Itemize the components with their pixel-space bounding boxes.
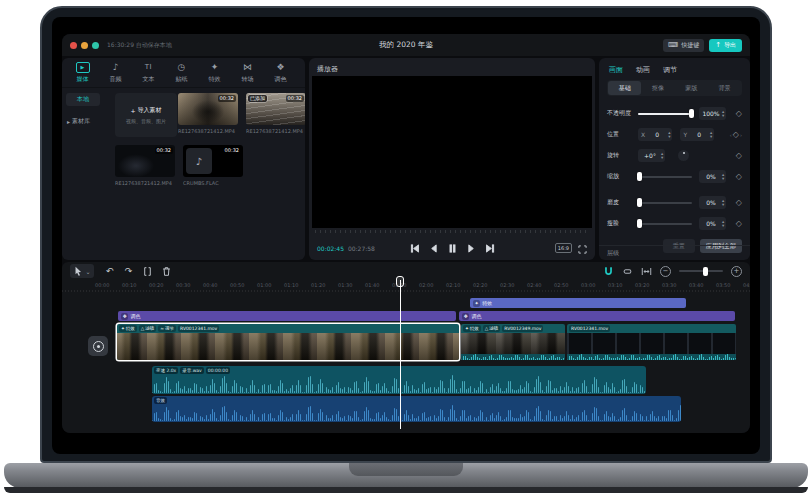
subtab-background[interactable]: 背景 — [708, 81, 741, 95]
tab-text[interactable]: TI 文本 — [132, 62, 165, 84]
ruler-tick-label: 00:00 — [95, 282, 109, 288]
rotation-value[interactable]: +0° ▴▾ — [638, 149, 665, 162]
sticker-icon: ◷ — [178, 62, 186, 73]
stepper-icon[interactable]: ▴▾ — [722, 110, 724, 118]
stepper-icon[interactable]: ▴▾ — [722, 199, 724, 207]
tab-effects[interactable]: ✦ 特效 — [198, 62, 231, 84]
media-grid: + 导入素材 视频、音频、图片 00:32 RE127638721412.MP4 — [106, 88, 305, 258]
import-media-button[interactable]: + 导入素材 视频、音频、图片 — [115, 93, 177, 137]
snap-magnet-icon[interactable] — [603, 262, 614, 281]
smooth-skin-value[interactable]: 0% ▴▾ — [699, 196, 726, 209]
timeline-toolbar: ⌄ ↶ ↷ — [62, 262, 750, 280]
audio-clip-sfx[interactable]: 音效 — [152, 396, 681, 422]
shortcuts-button[interactable]: ⌨ 快捷键 — [663, 39, 704, 52]
rotation-dial[interactable] — [678, 150, 689, 161]
ruler-tick-label: 04:00 — [743, 282, 750, 288]
export-button[interactable]: ↑ 导出 — [709, 39, 742, 52]
position-x-field[interactable]: X 0 ▴▾ — [638, 128, 672, 141]
clip-filmstrip — [461, 333, 565, 354]
color-track-bar-1[interactable]: ❖ 调色 — [118, 311, 456, 321]
redo-button[interactable]: ↷ — [119, 264, 138, 278]
subtab-basic[interactable]: 基础 — [608, 81, 641, 95]
media-item-1[interactable]: 00:32 RE127638721412.MP4 — [178, 93, 238, 134]
skip-start-button[interactable] — [409, 243, 419, 253]
player-scrub-strip[interactable] — [315, 230, 589, 233]
effect-track-bar[interactable]: ✦ 特效 — [470, 298, 686, 308]
laptop-screen: 16:30:29 自动保存本地 我的 2020 年鉴 ⌨ 快捷键 ↑ 导出 — [52, 17, 760, 454]
stepper-icon[interactable]: ▴▾ — [722, 220, 724, 228]
keyframe-diamond-icon[interactable]: ◇ — [736, 151, 742, 160]
ruler-tick-label: 01:20 — [311, 282, 325, 288]
link-preview-icon[interactable] — [622, 262, 633, 281]
opacity-row: 不透明度 100% ▴▾ ◇ — [607, 103, 742, 124]
expand-tracks-icon[interactable] — [641, 262, 652, 281]
track-toggle-button[interactable] — [88, 336, 108, 356]
smooth-skin-slider[interactable] — [638, 202, 692, 204]
keyframe-diamond-icon[interactable]: ◇ — [736, 109, 742, 118]
subtab-mask[interactable]: 蒙版 — [675, 81, 708, 95]
playhead-handle[interactable] — [396, 276, 404, 287]
delete-button[interactable] — [157, 264, 176, 278]
keyframe-diamond-icon[interactable]: ◇ — [736, 198, 742, 207]
ruler-tick-label: 02:10 — [446, 282, 460, 288]
audio-waveform — [152, 375, 646, 393]
keyframe-diamond-icon[interactable]: ‹◇› — [730, 130, 742, 139]
stepper-icon[interactable]: ▴▾ — [710, 131, 712, 139]
zoom-in-icon[interactable]: + — [731, 266, 742, 277]
media-item-3[interactable]: 00:32 RE127638721412.MP4 — [115, 145, 175, 186]
keyframe-diamond-icon[interactable]: ◇ — [736, 219, 742, 228]
video-editor-app: 16:30:29 自动保存本地 我的 2020 年鉴 ⌨ 快捷键 ↑ 导出 — [62, 34, 750, 433]
transition-icon: ⋈ — [243, 62, 252, 73]
slim-face-slider[interactable] — [638, 223, 692, 225]
stepper-icon[interactable]: ▴▾ — [661, 152, 663, 160]
tab-transitions[interactable]: ⋈ 转场 — [231, 62, 264, 84]
next-frame-button[interactable] — [466, 243, 476, 253]
scale-slider[interactable] — [638, 176, 692, 178]
subtab-chroma[interactable]: 抠像 — [641, 81, 674, 95]
video-clip-1-selected[interactable]: ✦特效 △滤镜 ≈调节 RV0012341.mov — [117, 324, 459, 360]
timeline-ruler[interactable]: 00:0000:1000:2000:3000:4000:5001:0001:10… — [62, 280, 750, 292]
opacity-value[interactable]: 100% ▴▾ — [699, 107, 726, 120]
media-item-2[interactable]: 已添加 00:32 RE127638721412.MP4 — [246, 93, 305, 134]
slim-face-value[interactable]: 0% ▴▾ — [699, 217, 726, 230]
inspector-panel: 画面 动画 调节 基础 抠像 蒙版 背景 不透明度 — [599, 58, 750, 260]
sidebar-item-local[interactable]: 本地 — [66, 93, 100, 106]
skip-end-button[interactable] — [485, 243, 495, 253]
stepper-icon[interactable]: ▴▾ — [722, 173, 724, 181]
sidebar-item-store[interactable]: ▸ 素材库 — [66, 117, 102, 126]
video-clip-2[interactable]: ✦特效 △滤镜 RV0012349.mov — [461, 324, 565, 360]
aspect-ratio-button[interactable]: 16:9 — [555, 243, 572, 253]
zoom-out-icon[interactable]: − — [660, 266, 671, 277]
tab-audio[interactable]: ♪ 音频 — [99, 62, 132, 84]
ruler-tick-label: 01:40 — [365, 282, 379, 288]
layer-level-label: 层级 — [599, 245, 750, 260]
tab-media[interactable]: ▶ 媒体 — [66, 62, 99, 84]
color-track-bar-2[interactable]: ❖ 调色 — [459, 311, 735, 321]
split-clip-button[interactable] — [138, 264, 157, 278]
timeline-zoom-slider[interactable] — [679, 270, 723, 272]
tab-sticker[interactable]: ◷ 贴纸 — [165, 62, 198, 84]
keyframe-diamond-icon[interactable]: ◇ — [736, 172, 742, 181]
inspector-tabs: 画面 动画 调节 — [599, 58, 750, 80]
tab-picture[interactable]: 画面 — [609, 65, 623, 75]
palette-icon: ❖ — [121, 313, 128, 320]
select-tool-button[interactable]: ⌄ — [70, 264, 94, 278]
tab-adjust[interactable]: 调节 — [663, 65, 677, 75]
position-y-field[interactable]: Y 0 ▴▾ — [680, 128, 714, 141]
stepper-icon[interactable]: ▴▾ — [668, 131, 670, 139]
scale-value[interactable]: 0% ▴▾ — [699, 170, 726, 183]
media-item-4[interactable]: ♪ 00:32 CRUMBS.FLAC — [183, 145, 243, 186]
previous-frame-button[interactable] — [428, 243, 438, 253]
minimize-window-button[interactable] — [81, 42, 88, 49]
playhead-line[interactable] — [400, 280, 401, 429]
undo-button[interactable]: ↶ — [100, 264, 119, 278]
tab-animation[interactable]: 动画 — [636, 65, 650, 75]
audio-clip-recording[interactable]: 变速 2.0x 录音.wav 00:00:00 — [152, 366, 646, 394]
close-window-button[interactable] — [70, 42, 77, 49]
tab-color[interactable]: ❖ 调色 — [264, 62, 297, 84]
fullscreen-icon[interactable] — [578, 239, 587, 258]
zoom-window-button[interactable] — [92, 42, 99, 49]
video-clip-3[interactable]: RV0012341.mov — [567, 324, 736, 360]
opacity-slider[interactable] — [638, 113, 692, 115]
pause-button[interactable] — [447, 243, 457, 253]
